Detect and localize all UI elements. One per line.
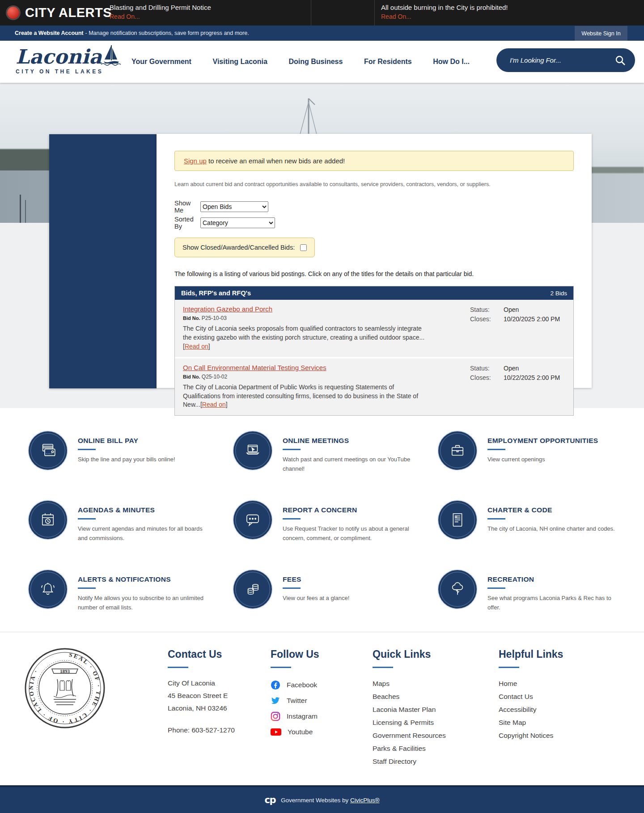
tile-link[interactable]	[233, 431, 272, 470]
quick-link-maps[interactable]: Maps	[373, 677, 446, 690]
quick-link-master-plan[interactable]: Laconia Master Plan	[373, 703, 446, 716]
tile-employment-opportunities: EMPLOYMENT OPPORTUNITIES View current op…	[438, 431, 643, 474]
helpful-link-accessibility[interactable]: Accessibility	[499, 703, 563, 716]
contact-line: Laconia, NH 03246	[168, 702, 235, 715]
read-on-link[interactable]: Read on	[185, 343, 208, 350]
tile-charter-code: CHARTER & CODE The city of Laconia, NH o…	[438, 501, 643, 543]
document-icon	[448, 511, 467, 529]
tile-title[interactable]: RECREATION	[487, 575, 620, 583]
quick-link-parks[interactable]: Parks & Facilities	[373, 742, 446, 755]
bid-status-block: Status: Open Closes: 10/20/2025 2:00 PM	[470, 305, 560, 324]
tile-recreation: RECREATION See what programs Laconia Par…	[438, 570, 643, 613]
facebook-link[interactable]: Facebook	[271, 677, 319, 693]
instagram-icon	[271, 711, 280, 721]
tile-title[interactable]: ALERTS & NOTIFICATIONS	[78, 575, 210, 583]
tile-title[interactable]: CHARTER & CODE	[487, 506, 615, 514]
show-me-select[interactable]: Open Bids	[200, 201, 268, 212]
footer-helpful-links-column: Helpful Links Home Contact Us Accessibil…	[499, 648, 563, 742]
helpful-link-site-map[interactable]: Site Map	[499, 716, 563, 729]
footer-contact-column: Contact Us City Of Laconia 45 Beacon Str…	[168, 648, 235, 734]
helpful-link-contact-us[interactable]: Contact Us	[499, 690, 563, 703]
bid-signup-notice: Sign up to receive an email when new bid…	[174, 151, 574, 171]
quick-link-licensing[interactable]: Licensing & Permits	[373, 716, 446, 729]
tile-alerts-notifications: ALERTS & NOTIFICATIONS Notify Me allows …	[29, 570, 233, 613]
create-account-link[interactable]: Create a Website Account	[15, 30, 84, 36]
sorted-by-select[interactable]: Category	[200, 217, 275, 228]
bid-row: On Call Environmental Material Testing S…	[175, 358, 573, 416]
svg-text:1893: 1893	[60, 668, 70, 674]
tile-description: Use Request Tracker to notify us about a…	[283, 524, 415, 543]
bid-no-value: P25-10-03	[202, 315, 227, 321]
alert-read-on-link[interactable]: Read On...	[381, 13, 411, 20]
show-closed-bids-checkbox[interactable]	[300, 244, 307, 251]
quick-link-gov-resources[interactable]: Government Resources	[373, 729, 446, 742]
tile-description: Notify Me allows you to subscribe to an …	[78, 593, 210, 613]
tile-link[interactable]	[233, 570, 272, 609]
tile-title[interactable]: REPORT A CONCERN	[283, 506, 415, 514]
quick-link-staff-directory[interactable]: Staff Directory	[373, 755, 446, 768]
nav-visiting-laconia[interactable]: Visiting Laconia	[213, 58, 267, 66]
tile-link[interactable]	[438, 431, 477, 470]
tile-link[interactable]	[438, 570, 477, 609]
tile-link[interactable]	[29, 501, 67, 539]
social-label: Twitter	[287, 697, 307, 705]
tile-link[interactable]	[29, 570, 67, 609]
tile-underline	[487, 518, 505, 519]
tile-link[interactable]	[29, 431, 67, 470]
nav-doing-business[interactable]: Doing Business	[288, 58, 343, 66]
status-label: Status:	[470, 305, 504, 315]
show-closed-bids-box: Show Closed/Awarded/Cancelled Bids:	[174, 238, 315, 257]
twitter-link[interactable]: Twitter	[271, 693, 319, 708]
quick-link-beaches[interactable]: Beaches	[373, 690, 446, 703]
youtube-link[interactable]: Youtube	[271, 724, 319, 740]
laconia-logo[interactable]: Laconia CITY ON THE LAKES	[16, 43, 123, 75]
site-search	[496, 48, 635, 72]
helpful-link-home[interactable]: Home	[499, 677, 563, 690]
bid-status-block: Status: Open Closes: 10/22/2025 2:00 PM	[470, 364, 560, 383]
tile-title[interactable]: ONLINE MEETINGS	[283, 437, 415, 445]
instagram-link[interactable]: Instagram	[271, 708, 319, 724]
alert-item: Blasting and Drilling Permit Notice Read…	[110, 3, 211, 21]
tile-title[interactable]: ONLINE BILL PAY	[78, 437, 175, 445]
helpful-link-copyright[interactable]: Copyright Notices	[499, 729, 563, 742]
tile-title[interactable]: EMPLOYMENT OPPORTUNITIES	[487, 437, 598, 445]
nav-how-do-i[interactable]: How Do I...	[433, 58, 470, 66]
footer-quick-links-column: Quick Links Maps Beaches Laconia Master …	[373, 648, 446, 768]
tree-icon	[448, 580, 467, 599]
tile-underline	[78, 449, 96, 450]
sorted-by-label: Sorted By	[174, 216, 200, 230]
civicplus-link[interactable]: CivicPlus®	[350, 797, 379, 804]
tile-title[interactable]: FEES	[283, 575, 349, 583]
contact-us-heading: Contact Us	[168, 648, 235, 660]
feature-tiles-section: ONLINE BILL PAY Skip the line and pay yo…	[0, 408, 644, 632]
tile-link[interactable]	[438, 501, 477, 539]
tile-report-a-concern: REPORT A CONCERN Use Request Tracker to …	[233, 501, 438, 543]
bid-title-link[interactable]: Integration Gazebo and Porch	[183, 305, 272, 313]
website-sign-in-button[interactable]: Website Sign In	[575, 26, 627, 41]
bid-title-link[interactable]: On Call Environmental Material Testing S…	[183, 364, 326, 371]
sign-up-link[interactable]: Sign up	[184, 157, 207, 165]
bid-description: The City of Laconia Department of Public…	[183, 383, 427, 410]
nav-for-residents[interactable]: For Residents	[364, 58, 412, 66]
tile-title[interactable]: AGENDAS & MINUTES	[78, 506, 210, 514]
tile-link[interactable]	[233, 501, 272, 539]
alert-read-on-link[interactable]: Read On...	[110, 13, 140, 20]
read-on-link[interactable]: Read on	[202, 401, 226, 408]
tile-underline	[78, 587, 96, 589]
tile-agendas-minutes: AGENDAS & MINUTES View current agendas a…	[29, 501, 233, 543]
sailboat-icon	[99, 43, 123, 67]
search-button[interactable]	[614, 55, 626, 66]
status-label: Status:	[470, 364, 504, 373]
tile-underline	[283, 518, 301, 519]
tile-underline	[283, 449, 301, 450]
coins-icon	[243, 580, 262, 599]
calendar-icon	[38, 511, 57, 529]
briefcase-icon	[448, 441, 467, 460]
contact-line: City Of Laconia	[168, 677, 235, 690]
closes-value: 10/20/2025 2:00 PM	[504, 315, 560, 324]
nav-your-government[interactable]: Your Government	[131, 58, 191, 66]
heading-underline	[168, 667, 188, 668]
search-input[interactable]	[510, 56, 614, 64]
bid-no-label: Bid No.	[183, 374, 200, 379]
closes-value: 10/22/2025 2:00 PM	[504, 373, 560, 383]
